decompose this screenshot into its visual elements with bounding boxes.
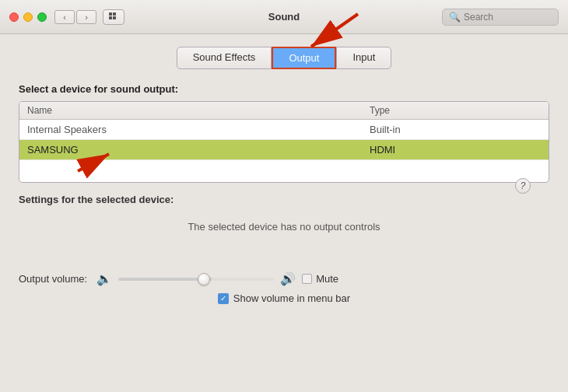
tab-bar: Sound Effects Output Input [19, 47, 549, 69]
volume-low-icon: 🔈 [96, 271, 112, 286]
back-button[interactable]: ‹ [54, 10, 75, 24]
search-input[interactable] [464, 12, 552, 23]
table-row-empty [19, 160, 549, 182]
column-type-header: Type [370, 105, 541, 116]
column-name-header: Name [27, 105, 370, 116]
svg-rect-2 [109, 16, 112, 19]
device-name: SAMSUNG [27, 144, 370, 156]
tab-sound-effects[interactable]: Sound Effects [177, 47, 272, 69]
traffic-lights [9, 12, 47, 22]
tab-input[interactable]: Input [336, 47, 391, 69]
table-row[interactable]: SAMSUNG HDMI [19, 140, 549, 160]
svg-rect-3 [113, 16, 116, 19]
window-title: Sound [268, 11, 300, 23]
minimize-button[interactable] [23, 12, 33, 22]
volume-row: Output volume: 🔈 🔊 Mute [19, 271, 549, 286]
device-type: Built-in [370, 124, 541, 135]
mute-checkbox[interactable] [302, 274, 312, 284]
device-type: HDMI [370, 144, 541, 156]
mute-row: Mute [302, 273, 338, 285]
grid-button[interactable] [103, 9, 124, 25]
tab-output[interactable]: Output [272, 47, 336, 69]
titlebar: ‹ › Sound 🔍 [0, 0, 568, 34]
volume-slider[interactable] [118, 278, 274, 281]
search-icon: 🔍 [449, 12, 461, 23]
mute-label: Mute [316, 273, 338, 285]
forward-button[interactable]: › [76, 10, 96, 24]
svg-rect-1 [113, 12, 116, 16]
section-label: Select a device for sound output: [19, 83, 549, 95]
device-table: Name Type Internal Speakers Built-in SAM… [19, 101, 549, 183]
volume-label: Output volume: [19, 273, 87, 285]
menubar-label: Show volume in menu bar [233, 292, 350, 304]
menubar-row: ✓ Show volume in menu bar [19, 292, 549, 304]
help-button[interactable]: ? [515, 178, 531, 194]
close-button[interactable] [9, 12, 19, 22]
nav-buttons: ‹ › [54, 10, 96, 24]
settings-label: Settings for the selected device: [19, 194, 549, 205]
slider-thumb[interactable] [198, 273, 210, 285]
table-header: Name Type [19, 102, 549, 120]
svg-rect-0 [109, 12, 112, 16]
table-row[interactable]: Internal Speakers Built-in [19, 120, 549, 140]
device-name: Internal Speakers [27, 124, 370, 135]
volume-high-icon: 🔊 [280, 271, 296, 286]
search-box[interactable]: 🔍 [442, 9, 559, 26]
main-content: Sound Effects Output Input Select a devi… [0, 34, 568, 317]
menubar-checkbox[interactable]: ✓ [218, 293, 229, 304]
no-controls-message: The selected device has no output contro… [19, 221, 549, 233]
maximize-button[interactable] [37, 12, 47, 22]
